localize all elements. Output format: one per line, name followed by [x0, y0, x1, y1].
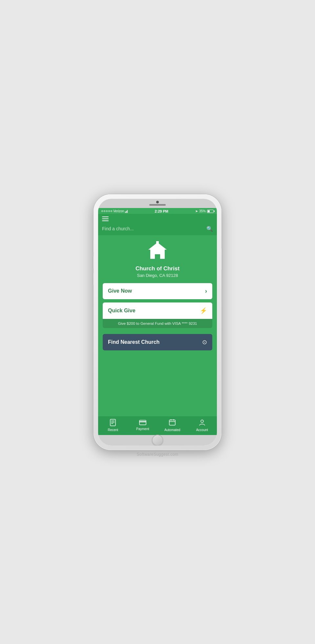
- svg-rect-9: [139, 421, 146, 422]
- home-button[interactable]: [152, 435, 163, 446]
- give-now-chevron-icon: ›: [205, 288, 207, 295]
- battery-percent: 35%: [199, 209, 206, 213]
- search-button[interactable]: 🔍: [206, 226, 213, 232]
- church-location: San Diego, CA 92128: [137, 273, 178, 278]
- tab-automated-label: Automated: [164, 428, 180, 432]
- church-icon-wrap: [147, 240, 168, 263]
- wifi-icon: [125, 210, 128, 213]
- payment-icon: [139, 420, 146, 426]
- svg-rect-10: [169, 420, 175, 425]
- nav-bar: [98, 214, 217, 224]
- status-right: ➤ 35%: [195, 209, 214, 213]
- tab-account-label: Account: [196, 428, 208, 432]
- app-screen: Verizon 2:29 PM ➤ 35%: [98, 208, 217, 435]
- church-name: Church of Christ: [136, 265, 179, 272]
- svg-rect-8: [139, 420, 146, 425]
- quick-give-button[interactable]: Quick Give ⚡: [103, 302, 212, 319]
- hamburger-menu[interactable]: [102, 217, 213, 221]
- give-now-button[interactable]: Give Now ›: [103, 283, 212, 299]
- tab-recent-label: Recent: [108, 428, 118, 432]
- speaker: [149, 204, 166, 206]
- find-nearest-church-button[interactable]: Find Nearest Church ⊙: [103, 334, 212, 350]
- watermark: SoftwareSuggest.com: [137, 452, 178, 457]
- svg-point-14: [201, 420, 203, 423]
- hamburger-line-2: [102, 218, 109, 219]
- phone-bottom: [98, 435, 217, 446]
- battery-icon: [207, 210, 214, 213]
- quick-give-sub-row: Give $200 to General Fund with VISA ****…: [103, 319, 212, 328]
- signal-dot-1: [101, 210, 103, 212]
- clock: 2:29 PM: [155, 209, 168, 213]
- tab-account[interactable]: Account: [187, 419, 217, 432]
- signal-dot-4: [108, 210, 110, 212]
- house-svg: [147, 240, 168, 261]
- church-icon: [147, 240, 168, 263]
- camera: [156, 201, 159, 203]
- search-input[interactable]: [102, 226, 206, 231]
- tab-payment[interactable]: Payment: [128, 420, 158, 431]
- quick-give-label: Quick Give: [108, 308, 136, 314]
- find-nearest-label: Find Nearest Church: [108, 339, 159, 345]
- signal-dot-3: [106, 210, 108, 212]
- svg-rect-3: [155, 254, 160, 259]
- status-left: Verizon: [101, 209, 128, 213]
- hamburger-line-3: [102, 220, 109, 221]
- tab-payment-label: Payment: [136, 427, 149, 431]
- signal-dot-5: [111, 210, 112, 212]
- quick-give-sub-text: Give $200 to General Fund with VISA ****…: [107, 322, 208, 325]
- phone-top-bar: [98, 199, 217, 208]
- phone-frame: Verizon 2:29 PM ➤ 35%: [94, 194, 221, 450]
- automated-icon: [169, 419, 176, 427]
- svg-rect-4: [110, 419, 116, 426]
- search-bar: 🔍: [98, 224, 217, 235]
- recent-icon: [109, 419, 116, 427]
- signal-dot-2: [104, 210, 105, 212]
- tab-recent[interactable]: Recent: [98, 419, 128, 432]
- account-icon: [199, 419, 206, 427]
- give-now-label: Give Now: [108, 288, 132, 294]
- status-bar: Verizon 2:29 PM ➤ 35%: [98, 208, 217, 214]
- svg-rect-1: [156, 241, 159, 244]
- target-icon: ⊙: [202, 339, 207, 346]
- hamburger-line-1: [102, 217, 109, 217]
- location-arrow-icon: ➤: [195, 209, 198, 213]
- carrier-label: Verizon: [113, 209, 124, 213]
- main-content: Church of Christ San Diego, CA 92128 Giv…: [98, 235, 217, 416]
- signal-dots: [101, 210, 112, 212]
- phone-screen: Verizon 2:29 PM ➤ 35%: [98, 199, 217, 446]
- quick-give-lightning-icon: ⚡: [200, 307, 207, 314]
- tab-bar: Recent Payment: [98, 416, 217, 435]
- battery-fill: [208, 210, 210, 212]
- tab-automated[interactable]: Automated: [158, 419, 187, 432]
